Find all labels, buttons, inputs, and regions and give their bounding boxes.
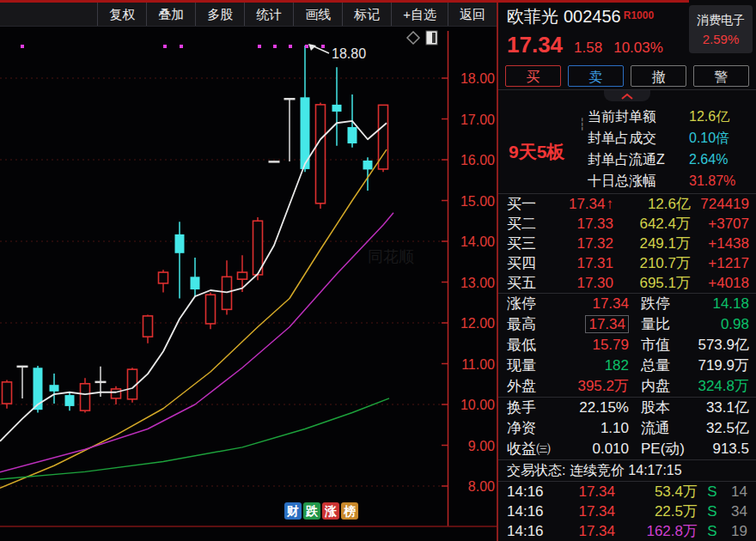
toolbar-item-zixuan[interactable]: +自选	[391, 3, 448, 26]
watermark-badge: 涨	[322, 502, 339, 520]
svg-text:15.00: 15.00	[460, 194, 495, 209]
stat-label: 跌停	[629, 294, 691, 314]
fin-row: 收益㈢ 0.010 PE(动) 913.5	[498, 439, 756, 459]
bid-price: 17.30	[546, 273, 613, 293]
stat-value: 573.9亿	[691, 335, 749, 356]
fin-row: 换手 22.15% 股本 33.1亿	[498, 398, 756, 418]
toolbar-item-fuquan[interactable]: 复权	[97, 3, 146, 26]
stat-label: 外盘	[507, 376, 560, 397]
toolbar-item-fanhui[interactable]: 返回	[448, 3, 497, 26]
tick-price: 17.34	[555, 501, 615, 521]
svg-text:10.00: 10.00	[460, 398, 495, 412]
toolbar-item-diejia[interactable]: 叠加	[146, 3, 195, 26]
svg-text:18.80: 18.80	[332, 46, 366, 61]
stat-label: 市值	[629, 335, 691, 356]
tick-side: S	[698, 501, 727, 521]
collapse-tab-button[interactable]	[604, 90, 650, 101]
chevron-up-icon	[620, 93, 634, 100]
fin-label: 流通	[629, 418, 691, 439]
bid-delta: +1438	[691, 234, 749, 253]
svg-text:17.00: 17.00	[460, 112, 495, 127]
toolbar-item-duogu[interactable]: 多股	[195, 3, 244, 26]
watermark-badges: 财 跌 涨 榜	[284, 502, 358, 520]
stat-value: 14.18	[691, 294, 749, 314]
fin-value: 22.15%	[560, 398, 629, 418]
stock-name: 欧菲光	[507, 7, 558, 26]
tick-volume: 162.8万	[615, 521, 698, 541]
quote-panel: 欧菲光002456R1000 17.34 1.58 10.03% 消费电子 2.…	[498, 0, 756, 541]
tick-count: 19	[727, 521, 747, 541]
fin-label: 收益㈢	[507, 439, 560, 459]
svg-text:18.00: 18.00	[460, 71, 495, 86]
board-value: 2.64%	[689, 149, 728, 170]
price-change-pct: 10.03%	[613, 40, 663, 57]
price-change: 1.58	[574, 40, 602, 57]
toolbar-item-tongji[interactable]: 统计	[244, 3, 293, 26]
top-red-strip	[0, 0, 689, 3]
board-value: 0.10倍	[689, 127, 729, 149]
limit-up-streak-badge: 9天5板	[509, 140, 564, 164]
stat-label: 总量	[629, 356, 691, 376]
tick-time: 14:16	[507, 482, 555, 501]
fin-label: 股本	[629, 398, 691, 418]
chart-toolbar: 复权 叠加 多股 统计 画线 标记 +自选 返回	[0, 3, 497, 27]
sell-button[interactable]: 卖	[568, 65, 624, 87]
bid-price: 17.32	[546, 234, 613, 253]
bid-price: 17.33	[546, 214, 613, 234]
bid-volume: 695.1万	[613, 273, 691, 293]
fin-label: 换手	[507, 398, 560, 418]
cancel-button[interactable]: 撤	[631, 65, 686, 87]
fin-value: 913.5	[691, 439, 749, 459]
page-icon[interactable]	[426, 31, 437, 45]
tick-side: S	[698, 521, 727, 541]
bid-row: 买三 17.32 249.1万 +1438	[498, 234, 756, 253]
stat-label: 内盘	[629, 376, 691, 397]
board-label: 封单占流通Z	[588, 149, 689, 170]
bid-row: 买四 17.31 210.7万 +1217	[498, 253, 756, 273]
sector-box[interactable]: 消费电子 2.59%	[689, 5, 753, 53]
alert-button[interactable]: 警	[693, 65, 749, 87]
tick-volume: 53.4万	[615, 482, 698, 501]
tick-time: 14:16	[507, 501, 555, 521]
bid-label: 买五	[507, 273, 546, 293]
board-label: 当前封单额	[588, 106, 689, 127]
board-value: 12.6亿	[689, 106, 729, 127]
diamond-marker-icon[interactable]	[407, 32, 419, 44]
stat-value: 324.8万	[691, 376, 749, 397]
bid-row: 买一 17.34↑ 12.6亿 724419	[498, 194, 756, 214]
bid-volume: 249.1万	[613, 234, 691, 253]
buy-button[interactable]: 买	[505, 65, 561, 87]
tick-price: 17.34	[555, 521, 615, 541]
kline-chart-pane: 同花顺18.8018.0017.0016.0015.0014.0013.0012…	[0, 0, 498, 541]
sector-name: 消费电子	[697, 13, 745, 28]
bid-label: 买三	[507, 234, 546, 253]
stat-value: 182	[560, 356, 629, 376]
bid-delta: +4018	[691, 273, 749, 293]
stat-label: 最高	[507, 314, 560, 335]
bid-row: 买五 17.30 695.1万 +4018	[498, 273, 756, 293]
bid-volume: 12.6亿	[613, 194, 691, 214]
toolbar-item-biaoji[interactable]: 标记	[342, 3, 391, 26]
stat-value: 15.79	[560, 335, 629, 356]
bid-price: 17.31	[546, 253, 613, 273]
fin-label: 净资	[507, 418, 560, 439]
bid-delta: 724419	[691, 194, 749, 214]
board-value: 31.87%	[689, 170, 735, 191]
board-row: 十日总涨幅 31.87%	[588, 170, 756, 191]
fin-value: 1.10	[560, 418, 629, 439]
tick-price: 17.34	[555, 482, 615, 501]
stat-value: 17.34	[560, 314, 629, 335]
stats-row: 最低 15.79 市值 573.9亿	[498, 335, 756, 356]
stat-label: 现量	[507, 356, 560, 376]
tick-row: 14:16 17.34 162.8万 S 19	[498, 521, 756, 541]
fin-value: 33.1亿	[691, 398, 749, 418]
panel-divider-line	[497, 0, 498, 541]
stat-value: 17.34	[560, 294, 629, 314]
kline-chart: 同花顺18.8018.0017.0016.0015.0014.0013.0012…	[0, 0, 498, 541]
tick-time: 14:16	[507, 521, 555, 541]
stat-label: 最低	[507, 335, 560, 356]
marker-icon: ┆	[579, 118, 586, 131]
financials-grid: 换手 22.15% 股本 33.1亿 净资 1.10 流通 32.5亿 收益㈢ …	[498, 398, 756, 459]
bid-volume: 642.4万	[613, 214, 691, 234]
toolbar-item-huaxian[interactable]: 画线	[293, 3, 342, 26]
